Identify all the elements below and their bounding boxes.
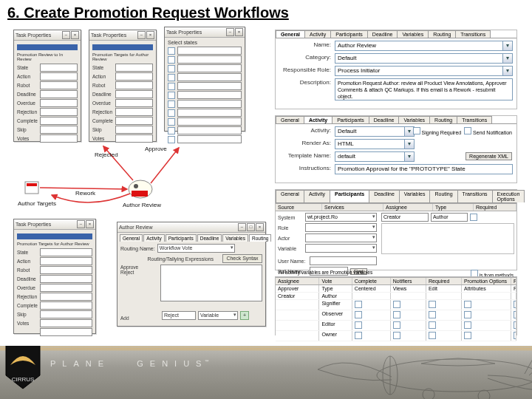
check-syntax-button[interactable]: Check Syntax xyxy=(222,254,262,263)
tab-participants[interactable]: Participants xyxy=(330,30,368,38)
state-checkbox[interactable] xyxy=(168,47,175,55)
close-icon[interactable]: × xyxy=(86,220,94,228)
state-checkbox[interactable] xyxy=(168,100,175,108)
grid-checkbox[interactable] xyxy=(514,301,516,308)
tab-routing[interactable]: Routing xyxy=(429,190,457,202)
state-item[interactable] xyxy=(177,55,242,64)
close-icon[interactable]: × xyxy=(71,31,79,39)
row-input[interactable] xyxy=(40,310,92,318)
grid-checkbox[interactable] xyxy=(464,321,471,329)
grid-checkbox[interactable] xyxy=(393,311,400,318)
tab-transitions[interactable]: Transitions xyxy=(455,30,491,38)
close-icon[interactable]: × xyxy=(256,223,264,231)
grid-checkbox[interactable] xyxy=(514,332,516,339)
tab-selector[interactable] xyxy=(92,44,153,50)
grid-checkbox[interactable] xyxy=(355,332,362,339)
tab-general[interactable]: General xyxy=(120,234,143,242)
template-select[interactable]: default▾ xyxy=(335,151,415,162)
reject-value-box[interactable]: Reject xyxy=(162,311,196,320)
state-checkbox[interactable] xyxy=(168,83,175,90)
grid-checkbox[interactable] xyxy=(464,311,471,318)
tab-deadline[interactable]: Deadline xyxy=(369,116,400,123)
tab-variables[interactable]: Variables xyxy=(397,30,429,38)
source-select[interactable] xyxy=(305,244,377,253)
state-item[interactable] xyxy=(177,126,242,134)
row-input[interactable] xyxy=(40,64,78,72)
render-select[interactable]: HTML▾ xyxy=(335,139,415,149)
row-input[interactable] xyxy=(40,108,78,116)
tab-routing[interactable]: Routing xyxy=(428,30,456,38)
grid-checkbox[interactable] xyxy=(429,321,436,329)
variable-select[interactable]: Variable xyxy=(198,311,238,320)
row-input[interactable] xyxy=(115,126,153,134)
desc-textarea[interactable]: Promotion Request Author: review all Pro… xyxy=(335,78,513,100)
row-input[interactable] xyxy=(40,99,78,107)
cell-type[interactable]: Author xyxy=(431,213,468,222)
regenerate-button[interactable]: Regenerate XML xyxy=(466,152,512,160)
tab-general[interactable]: General xyxy=(276,30,305,38)
source-select[interactable] xyxy=(305,223,377,232)
state-item[interactable] xyxy=(177,73,242,81)
row-input[interactable] xyxy=(40,248,92,256)
add-row-button[interactable]: + xyxy=(240,311,249,320)
state-item[interactable] xyxy=(177,91,242,99)
tab-variables[interactable]: Variables xyxy=(222,234,248,242)
tab-activity[interactable]: Activity xyxy=(304,190,330,202)
row-input[interactable] xyxy=(115,64,153,72)
row-input[interactable] xyxy=(40,301,92,310)
source-select[interactable] xyxy=(305,233,377,242)
grid-checkbox[interactable] xyxy=(514,311,516,318)
tab-activity[interactable]: Activity xyxy=(143,234,165,242)
signing-checkbox[interactable] xyxy=(413,127,420,134)
tab-transitions[interactable]: Transitions xyxy=(457,190,493,202)
participants-listbox[interactable] xyxy=(381,223,514,254)
state-checkbox[interactable] xyxy=(168,65,175,72)
minimize-icon[interactable]: – xyxy=(62,31,70,39)
grid-checkbox[interactable] xyxy=(393,301,400,308)
row-input[interactable] xyxy=(115,90,153,98)
tab-participants[interactable]: Participants xyxy=(332,116,369,123)
row-input[interactable] xyxy=(40,293,92,301)
grid-checkbox[interactable] xyxy=(355,321,362,329)
row-input[interactable] xyxy=(115,72,153,81)
tab-selector[interactable] xyxy=(17,233,92,239)
routing-name-select[interactable]: Workflow Vote xyxy=(157,244,235,253)
grid-checkbox[interactable] xyxy=(429,301,436,308)
state-item[interactable] xyxy=(177,100,242,108)
tab-routing[interactable]: Routing xyxy=(249,234,271,242)
minimize-icon[interactable]: – xyxy=(77,220,85,228)
tab-variables[interactable]: Variables xyxy=(398,116,430,123)
state-checkbox[interactable] xyxy=(168,56,175,64)
required-checkbox[interactable] xyxy=(470,214,477,221)
state-item[interactable] xyxy=(177,109,242,117)
tab-general[interactable]: General xyxy=(276,190,304,202)
row-input[interactable] xyxy=(115,99,153,107)
grid-checkbox[interactable] xyxy=(429,311,436,318)
tab-general[interactable]: General xyxy=(276,116,304,123)
category-select[interactable]: Default▾ xyxy=(335,53,513,64)
row-input[interactable] xyxy=(40,275,92,283)
tab-participants[interactable]: Participants xyxy=(330,190,369,202)
tab-deadline[interactable]: Deadline xyxy=(197,234,222,242)
tab-activity[interactable]: Activity xyxy=(304,116,332,123)
maximize-icon[interactable]: □ xyxy=(247,223,255,231)
grid-checkbox[interactable] xyxy=(429,332,436,339)
instr-input[interactable]: Promotion Approval for the "PROTOTYPE" S… xyxy=(335,164,513,174)
row-input[interactable] xyxy=(40,117,78,125)
row-input[interactable] xyxy=(40,90,78,98)
grid-checkbox[interactable] xyxy=(355,301,362,308)
row-input[interactable] xyxy=(40,328,92,336)
state-checkbox[interactable] xyxy=(168,74,175,81)
tab-deadline[interactable]: Deadline xyxy=(367,30,398,38)
row-input[interactable] xyxy=(40,266,92,274)
name-input[interactable]: Author Review▾ xyxy=(335,41,513,51)
grid-checkbox[interactable] xyxy=(464,332,471,339)
minimize-icon[interactable]: – xyxy=(238,223,246,231)
row-input[interactable] xyxy=(40,72,78,81)
state-item[interactable] xyxy=(177,82,242,90)
row-input[interactable] xyxy=(40,126,78,134)
state-checkbox[interactable] xyxy=(168,92,175,99)
grid-checkbox[interactable] xyxy=(464,301,471,308)
state-checkbox[interactable] xyxy=(168,109,175,117)
row-input[interactable] xyxy=(40,284,92,292)
